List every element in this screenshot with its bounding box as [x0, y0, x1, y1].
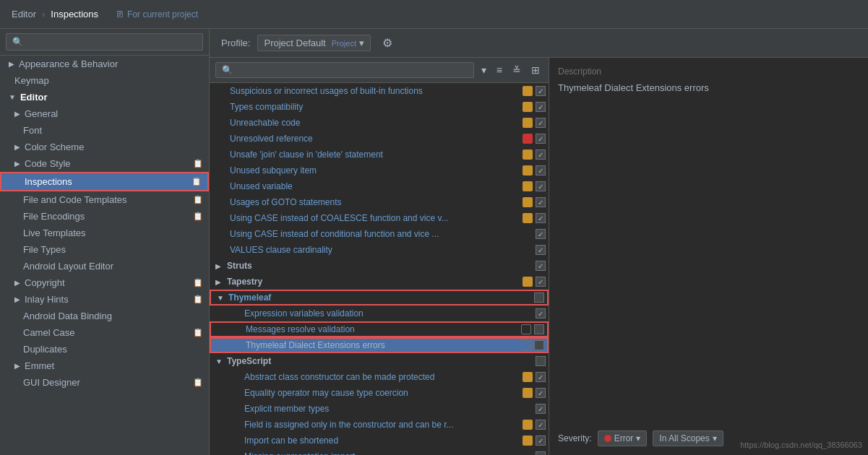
tree-row-dialect[interactable]: Thymeleaf Dialect Extensions errors — [210, 337, 549, 353]
inspect-search-input[interactable] — [215, 62, 474, 78]
chevron-icon: ▶ — [14, 110, 20, 118]
tree-checkbox[interactable]: ✓ — [536, 404, 546, 414]
sidebar-item-general[interactable]: ▶ General — [0, 105, 209, 122]
expand-all-button[interactable]: ≡ — [494, 63, 505, 77]
tree-group-tapestry[interactable]: ▶ Tapestry ✓ — [210, 274, 549, 290]
profile-name: Project Default — [264, 38, 325, 48]
tree-row[interactable]: Types compatibility ✓ — [210, 99, 549, 115]
inspect-list: ▾ ≡ ≚ ⊞ Suspicious or incorrect usages o… — [210, 58, 549, 455]
tree-row[interactable]: Equality operator may cause type coercio… — [210, 385, 549, 401]
severity-color — [523, 436, 533, 446]
tree-checkbox[interactable]: ✓ — [536, 181, 546, 191]
tree-checkbox[interactable] — [536, 356, 546, 366]
tree-checkbox[interactable]: ✓ — [536, 165, 546, 176]
gear-button[interactable]: ⚙ — [378, 35, 397, 51]
tree-row[interactable]: Expression variables validation ✓ — [210, 306, 549, 321]
sidebar-item-font[interactable]: Font — [0, 122, 209, 139]
breadcrumb-editor[interactable]: Editor — [12, 9, 36, 20]
tree-row[interactable]: Import can be shortened ✓ — [210, 433, 549, 448]
sidebar-item-colorscheme[interactable]: ▶ Color Scheme — [0, 139, 209, 155]
sidebar-item-label: GUI Designer — [23, 377, 80, 388]
tree-checkbox[interactable]: ✓ — [536, 150, 546, 160]
severity-color — [523, 197, 533, 207]
tree-checkbox[interactable]: ✓ — [536, 118, 546, 128]
tree-checkbox[interactable]: ✓ — [536, 197, 546, 207]
sidebar-item-livetemplates[interactable]: Live Templates — [0, 225, 209, 241]
tree-item-label: Thymeleaf Dialect Extensions errors — [246, 340, 518, 350]
tree-row[interactable]: Using CASE instead of conditional functi… — [210, 226, 549, 242]
filter-button[interactable]: ▾ — [478, 63, 489, 77]
severity-color — [523, 165, 533, 176]
sidebar-item-androiddatabinding[interactable]: Android Data Binding — [0, 308, 209, 324]
sidebar-item-copyright[interactable]: ▶ Copyright 📋 — [0, 274, 209, 291]
tree-row[interactable]: Usages of GOTO statements ✓ — [210, 194, 549, 210]
severity-color — [523, 277, 533, 287]
tree-checkbox[interactable]: ✓ — [536, 213, 546, 223]
tree-group-typescript[interactable]: ▼ TypeScript — [210, 353, 549, 369]
tree-checkbox[interactable]: ✓ — [536, 436, 546, 446]
tree-row[interactable]: Unresolved reference ✓ — [210, 131, 549, 147]
copy-icon: 📋 — [193, 212, 203, 221]
tree-group-thymeleaf[interactable]: ▼ Thymeleaf — [210, 290, 549, 306]
tree-checkbox[interactable]: ✓ — [536, 388, 546, 398]
description-text: Thymeleaf Dialect Extensions errors — [558, 82, 859, 425]
scope-dropdown[interactable]: In All Scopes ▾ — [653, 430, 723, 446]
sidebar-item-appearance[interactable]: ▶ Appearance & Behavior — [0, 56, 209, 72]
collapse-all-button[interactable]: ≚ — [510, 63, 524, 77]
tree-checkbox[interactable]: ✓ — [536, 102, 546, 112]
sidebar-item-guidesigner[interactable]: GUI Designer 📋 — [0, 374, 209, 391]
tree-checkbox[interactable]: ✓ — [536, 451, 546, 455]
tree-row[interactable]: Missing augmentation import ✓ — [210, 448, 549, 455]
tree-row[interactable]: Unused variable ✓ — [210, 178, 549, 194]
group-button[interactable]: ⊞ — [528, 63, 543, 77]
sidebar-item-label: File Encodings — [23, 211, 85, 222]
severity-color — [523, 308, 533, 318]
sidebar-item-emmet[interactable]: ▶ Emmet — [0, 358, 209, 374]
tree-checkbox[interactable]: ✓ — [536, 420, 546, 430]
severity-color — [521, 340, 531, 350]
tree-checkbox[interactable]: ✓ — [536, 245, 546, 255]
sidebar-item-duplicates[interactable]: Duplicates — [0, 341, 209, 358]
tree-checkbox[interactable]: ✓ — [536, 308, 546, 318]
sidebar-item-keymap[interactable]: Keymap — [0, 72, 209, 89]
tree-checkbox[interactable] — [534, 340, 544, 350]
tree-checkbox[interactable]: ✓ — [536, 372, 546, 382]
sidebar-item-editor[interactable]: ▼ Editor — [0, 89, 209, 105]
sidebar-item-label: Color Scheme — [25, 142, 84, 152]
severity-color — [521, 324, 531, 334]
sidebar-item-fileandcode[interactable]: File and Code Templates 📋 — [0, 191, 209, 208]
tree-row[interactable]: Unsafe 'join' clause in 'delete' stateme… — [210, 147, 549, 162]
dropdown-arrow-icon: ▾ — [713, 433, 717, 443]
severity-color — [523, 404, 533, 414]
tree-group-struts[interactable]: ▶ Struts ✓ — [210, 258, 549, 274]
severity-dropdown[interactable]: Error ▾ — [598, 430, 648, 446]
sidebar-item-inspections[interactable]: Inspections 📋 — [0, 172, 209, 191]
tree-checkbox[interactable]: ✓ — [536, 261, 546, 271]
tree-item-label: Equality operator may cause type coercio… — [244, 388, 520, 398]
severity-color — [523, 102, 533, 112]
tree-checkbox[interactable]: ✓ — [536, 134, 546, 144]
tree-row[interactable]: Unused subquery item ✓ — [210, 162, 549, 178]
tree-row[interactable]: Suspicious or incorrect usages of built-… — [210, 83, 549, 99]
tree-row[interactable]: Abstract class constructor can be made p… — [210, 369, 549, 385]
sidebar-item-androidlayout[interactable]: Android Layout Editor — [0, 258, 209, 274]
tree-checkbox[interactable]: ✓ — [536, 277, 546, 287]
tree-row[interactable]: Using CASE instead of COALESCE function … — [210, 210, 549, 226]
sidebar-item-camelcase[interactable]: Camel Case 📋 — [0, 324, 209, 341]
tree-row[interactable]: Explicit member types ✓ — [210, 401, 549, 417]
profile-dropdown[interactable]: Project Default Project ▾ — [257, 35, 371, 51]
tree-checkbox[interactable]: ✓ — [536, 86, 546, 96]
sidebar-item-label: Android Layout Editor — [23, 261, 113, 272]
tree-row[interactable]: Field is assigned only in the constructo… — [210, 417, 549, 433]
sidebar-item-filetypes[interactable]: File Types — [0, 241, 209, 258]
tree-checkbox[interactable] — [534, 292, 544, 303]
tree-row[interactable]: Unreachable code ✓ — [210, 115, 549, 131]
tree-row-messages[interactable]: Messages resolve validation — [210, 321, 549, 337]
sidebar-item-codestyle[interactable]: ▶ Code Style 📋 — [0, 155, 209, 172]
sidebar-search-input[interactable] — [6, 33, 203, 51]
tree-checkbox[interactable]: ✓ — [536, 229, 546, 239]
sidebar-item-inlayhints[interactable]: ▶ Inlay Hints 📋 — [0, 291, 209, 308]
sidebar-item-fileencodings[interactable]: File Encodings 📋 — [0, 208, 209, 225]
tree-row[interactable]: VALUES clause cardinality ✓ — [210, 242, 549, 258]
tree-checkbox[interactable] — [534, 324, 544, 334]
